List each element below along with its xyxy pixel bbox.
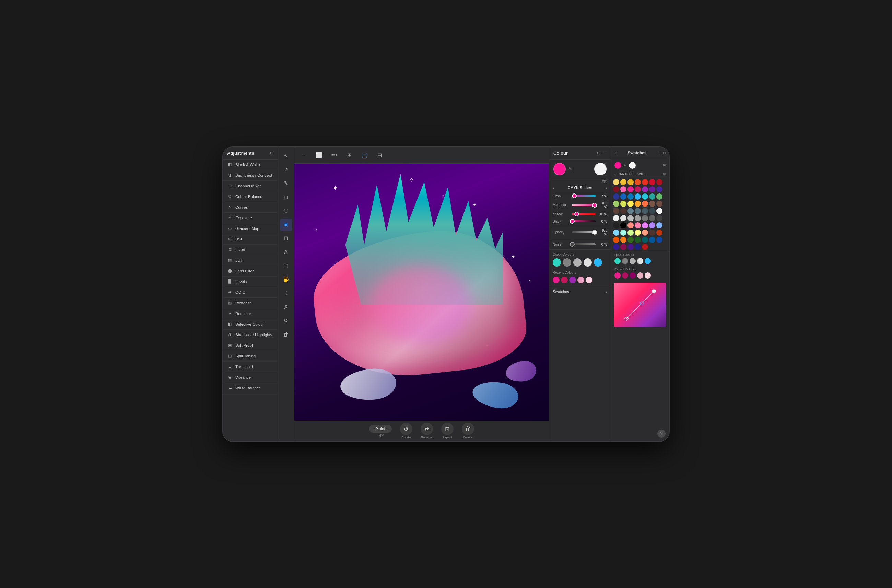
swatch-cell[interactable] (628, 215, 634, 221)
swatch-recent-dot[interactable] (622, 272, 628, 279)
swatch-recent-dot[interactable] (630, 272, 636, 279)
aspect-button[interactable]: ⊡ Aspect (441, 423, 454, 439)
swatch-cell[interactable] (649, 215, 655, 221)
swatch-cell[interactable] (613, 230, 619, 236)
type-right-arrow[interactable]: › (386, 427, 387, 431)
recent-colour-dot[interactable] (569, 276, 576, 284)
swatch-cell[interactable] (649, 237, 655, 243)
adj-item-recolour[interactable]: ✦ Recolour (223, 308, 277, 319)
type-left-arrow[interactable]: ‹ (373, 427, 374, 431)
adj-item-ocio[interactable]: ◈ OCIO (223, 287, 277, 298)
tool-crop[interactable]: ⊡ (280, 232, 292, 244)
swatch-cell[interactable] (642, 194, 648, 200)
tool-delete[interactable]: 🗑 (280, 328, 292, 340)
swatch-cell[interactable] (620, 194, 627, 200)
swatch-cell[interactable] (613, 215, 619, 221)
swatch-cell[interactable] (628, 201, 634, 207)
adj-item-white-balance[interactable]: ☁ White Balance (223, 383, 277, 393)
colour-pen-icon[interactable]: ✎ (568, 166, 573, 172)
swatch-cell[interactable] (642, 237, 648, 243)
adj-item-brightness---contrast[interactable]: ◑ Brightness / Contrast (223, 170, 277, 181)
swatch-cell[interactable] (656, 201, 663, 207)
swatch-quick-dot[interactable] (615, 258, 621, 264)
swatch-cell[interactable] (613, 179, 619, 185)
swatch-cell[interactable] (628, 244, 634, 250)
swatch-cell[interactable] (620, 186, 627, 192)
adj-item-gradient-map[interactable]: ▭ Gradient Map (223, 224, 277, 234)
recent-colour-dot[interactable] (561, 276, 568, 284)
adj-item-selective-colour[interactable]: ◧ Selective Colour (223, 319, 277, 330)
swatch-cell[interactable] (642, 201, 648, 207)
adj-item-lens-filter[interactable]: ⬤ Lens Filter (223, 266, 277, 276)
toolbar-grid2[interactable]: ⬚ (359, 150, 370, 160)
gradient-preview[interactable] (614, 283, 666, 327)
quick-colour-dot[interactable] (583, 258, 592, 267)
swatch-cell[interactable] (649, 208, 655, 214)
swatch-cell[interactable] (628, 179, 634, 185)
tool-action2[interactable]: ↺ (280, 315, 292, 327)
swatch-secondary-dot[interactable] (629, 162, 636, 169)
canvas-main[interactable]: ✦ ✧ ✦ ✧ ✦ ✧ ✦ ✧ ✦ ✧ (294, 164, 549, 421)
primary-colour-dot[interactable] (553, 163, 566, 175)
black-track[interactable] (572, 220, 595, 222)
toolbar-back[interactable]: ← (298, 150, 309, 160)
swatch-cell[interactable] (628, 237, 634, 243)
tool-smudge[interactable]: ☽ (280, 287, 292, 300)
tool-gradient[interactable]: ▣ (280, 219, 292, 231)
recent-colour-dot[interactable] (553, 276, 559, 284)
tool-select[interactable]: ↖ (280, 150, 292, 162)
swatch-cell[interactable] (642, 244, 648, 250)
swatch-recent-dot[interactable] (615, 272, 621, 279)
adj-item-invert[interactable]: ⊡ Invert (223, 244, 277, 255)
swatch-quick-dot[interactable] (630, 258, 636, 264)
delete-button[interactable]: 🗑 Delete (462, 423, 474, 439)
swatch-cell[interactable] (613, 194, 619, 200)
swatch-cell[interactable] (635, 208, 641, 214)
swatch-cell[interactable] (620, 208, 627, 214)
adj-item-channel-mixer[interactable]: ⊞ Channel Mixer (223, 181, 277, 191)
swatch-cell[interactable] (642, 186, 648, 192)
swatch-cell[interactable] (613, 222, 619, 228)
swatch-cell[interactable] (649, 230, 655, 236)
swatch-cell[interactable] (656, 222, 663, 228)
swatch-quick-dot[interactable] (622, 258, 628, 264)
tool-erase[interactable]: ◻ (280, 191, 292, 203)
swatch-cell[interactable] (656, 230, 663, 236)
tool-eyedropper[interactable]: 🖐 (280, 273, 292, 286)
swatch-cell[interactable] (656, 208, 663, 214)
swatch-cell[interactable] (649, 194, 655, 200)
quick-colour-dot[interactable] (594, 258, 602, 267)
noise-thumb[interactable] (570, 242, 575, 247)
rotate-button[interactable]: ↺ Rotate (400, 423, 412, 439)
opacity-thumb[interactable] (592, 230, 597, 235)
colour-menu-icon[interactable]: ⋯ (603, 151, 607, 155)
tool-fill[interactable]: ⬡ (280, 205, 292, 217)
yellow-thumb[interactable] (574, 212, 579, 216)
colour-expand-icon[interactable]: ⊡ (597, 151, 600, 155)
swatch-cell[interactable] (635, 186, 641, 192)
swatch-cell[interactable] (620, 201, 627, 207)
toolbar-grid1[interactable]: ⊞ (344, 150, 355, 160)
swatch-cell[interactable] (635, 194, 641, 200)
quick-colour-dot[interactable] (563, 258, 571, 267)
swatch-cell[interactable] (642, 215, 648, 221)
swatch-cell[interactable] (656, 237, 663, 243)
swatch-cell[interactable] (656, 186, 663, 192)
cyan-thumb[interactable] (572, 194, 577, 198)
swatch-cell[interactable] (613, 208, 619, 214)
swatch-cell[interactable] (649, 186, 655, 192)
cmyk-prev-arrow[interactable]: ‹ (553, 185, 554, 190)
swatch-cell[interactable] (628, 186, 634, 192)
swatch-cell[interactable] (613, 201, 619, 207)
adj-item-black-&-white[interactable]: ◧ Black & White (223, 159, 277, 170)
quick-colour-dot[interactable] (573, 258, 582, 267)
swatch-cell[interactable] (642, 230, 648, 236)
opacity-track[interactable] (572, 231, 595, 233)
adj-item-lut[interactable]: ▤ LUT (223, 255, 277, 266)
swatch-quick-dot[interactable] (637, 258, 643, 264)
swatch-cell[interactable] (635, 201, 641, 207)
type-selector[interactable]: ‹ Solid › (369, 425, 391, 433)
swatch-sub-back[interactable]: ‹ (615, 172, 616, 176)
swatch-grid-icon[interactable]: ⊞ (663, 163, 666, 167)
quick-colour-dot[interactable] (553, 258, 561, 267)
